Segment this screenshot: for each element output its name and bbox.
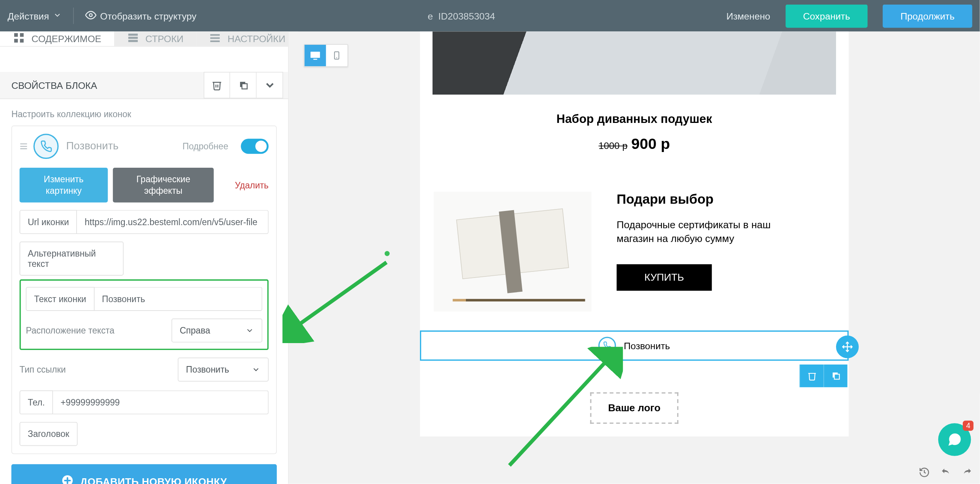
icon-url-label: Url иконки — [20, 210, 77, 234]
tab-rows-label: СТРОКИ — [145, 33, 183, 44]
delete-block-button[interactable] — [204, 72, 230, 98]
annotation-arrow — [283, 255, 396, 343]
svg-rect-15 — [314, 59, 317, 60]
tab-rows[interactable]: СТРОКИ — [114, 31, 196, 46]
alt-text-input[interactable]: Альтернативный текст — [20, 242, 124, 276]
svg-point-0 — [89, 13, 92, 16]
row-delete-button[interactable] — [799, 365, 823, 387]
chat-icon — [946, 432, 963, 448]
svg-rect-16 — [335, 52, 339, 59]
copy-icon — [237, 80, 249, 91]
icon-url-row: Url иконки https://img.us22.besteml.com/… — [20, 210, 269, 234]
icon-title: Позвонить — [66, 140, 175, 153]
actions-menu[interactable]: Действия — [8, 10, 62, 21]
callbar-text: Позвонить — [624, 340, 670, 351]
header-input[interactable]: Заголовок — [20, 422, 77, 446]
call-block-selected[interactable]: Позвонить — [420, 330, 849, 361]
show-structure-label: Отобразить структуру — [100, 10, 196, 21]
show-structure-button[interactable]: Отобразить структуру — [85, 9, 196, 23]
undo-button[interactable] — [937, 464, 954, 481]
trash-icon — [211, 80, 223, 91]
svg-line-23 — [510, 358, 609, 465]
icon-text-input[interactable]: Позвонить — [95, 287, 263, 311]
trash-icon — [807, 371, 817, 381]
block-properties-title: СВОЙСТВА БЛОКА — [11, 80, 97, 90]
plus-circle-icon — [61, 474, 74, 484]
old-price: 1000 р — [599, 140, 628, 151]
tab-content-label: СОДЕРЖИМОЕ — [31, 33, 101, 44]
svg-rect-6 — [128, 37, 138, 39]
desktop-icon — [310, 50, 321, 61]
link-type-select[interactable]: Позвонить — [178, 358, 268, 382]
eye-icon — [85, 9, 96, 23]
duplicate-block-button[interactable] — [230, 72, 256, 98]
chevron-down-icon — [53, 10, 62, 21]
rows-icon — [126, 31, 139, 46]
settings-icon — [209, 31, 221, 46]
block-properties-header: СВОЙСТВА БЛОКА — [0, 72, 288, 99]
gift-text: Подарочные сертификаты в наш магазин на … — [617, 218, 793, 247]
product-price: 1000 р900 р — [420, 135, 849, 152]
undo-icon — [940, 467, 952, 478]
svg-rect-5 — [128, 34, 138, 36]
change-image-button[interactable]: Изменить картинку — [20, 168, 108, 203]
changed-status: Изменено — [727, 10, 771, 21]
chat-widget[interactable]: 4 — [938, 423, 971, 456]
save-button[interactable]: Сохранить — [786, 4, 868, 28]
icon-url-input[interactable]: https://img.us22.besteml.com/en/v5/user-… — [77, 210, 269, 234]
move-icon — [842, 341, 853, 353]
mobile-icon — [332, 50, 341, 61]
gift-title: Подари выбор — [617, 192, 793, 207]
text-position-select[interactable]: Справа — [172, 319, 262, 343]
continue-button[interactable]: Продолжить — [883, 4, 972, 28]
annotation-arrow — [497, 347, 623, 473]
template-id: e ID203853034 — [205, 10, 717, 21]
content-icon — [13, 31, 25, 46]
svg-line-22 — [295, 262, 387, 327]
topbar: Действия Отобразить структуру e ID203853… — [0, 0, 980, 31]
delete-icon-button[interactable]: Удалить — [235, 180, 269, 190]
new-price: 900 р — [631, 135, 670, 152]
tab-content[interactable]: СОДЕРЖИМОЕ — [0, 31, 114, 46]
svg-rect-9 — [210, 37, 220, 39]
add-icon-button[interactable]: ДОБАВИТЬ НОВУЮ ИКОНКУ — [11, 464, 277, 484]
collapse-block-button[interactable] — [256, 72, 283, 98]
chevron-down-icon — [263, 79, 276, 92]
history-button[interactable] — [915, 464, 933, 481]
tel-label: Тел. — [20, 390, 53, 414]
redo-button[interactable] — [958, 464, 976, 481]
svg-rect-7 — [128, 40, 138, 42]
svg-rect-10 — [210, 41, 220, 42]
graphic-effects-button[interactable]: Графические эффекты — [113, 168, 214, 203]
email-preview: Набор диванных подушек 1000 р900 р Подар… — [420, 31, 849, 436]
phone-icon — [33, 134, 59, 159]
chat-badge: 4 — [963, 421, 973, 431]
drag-handle-icon[interactable]: ≡ — [20, 138, 26, 155]
svg-rect-1 — [14, 33, 18, 37]
text-position-label: Расположение текста — [26, 325, 162, 335]
product-image[interactable] — [433, 31, 836, 95]
gift-image[interactable] — [434, 192, 591, 312]
device-switcher — [304, 44, 348, 67]
icon-card: ≡ Позвонить Подробнее Изменить картинку … — [11, 126, 277, 454]
more-toggle[interactable] — [241, 139, 268, 154]
redo-icon — [962, 467, 973, 478]
mobile-preview-button[interactable] — [326, 45, 347, 66]
buy-button[interactable]: КУПИТЬ — [617, 264, 712, 291]
tab-settings[interactable]: НАСТРОЙКИ — [196, 31, 298, 46]
collection-hint: Настроить коллекцию иконок — [11, 109, 277, 119]
icon-text-label: Текст иконки — [26, 287, 95, 311]
copy-icon — [831, 371, 841, 381]
canvas: Набор диванных подушек 1000 р900 р Подар… — [289, 31, 980, 484]
row-duplicate-button[interactable] — [823, 365, 848, 387]
svg-rect-21 — [834, 374, 839, 379]
move-handle[interactable] — [836, 335, 859, 358]
tel-input[interactable]: +99999999999 — [53, 390, 269, 414]
svg-rect-4 — [20, 39, 24, 43]
more-label: Подробнее — [183, 141, 229, 151]
history-tools — [915, 464, 976, 481]
row-tools — [799, 365, 847, 387]
svg-rect-12 — [242, 84, 247, 89]
tab-settings-label: НАСТРОЙКИ — [228, 33, 286, 44]
desktop-preview-button[interactable] — [305, 45, 326, 66]
